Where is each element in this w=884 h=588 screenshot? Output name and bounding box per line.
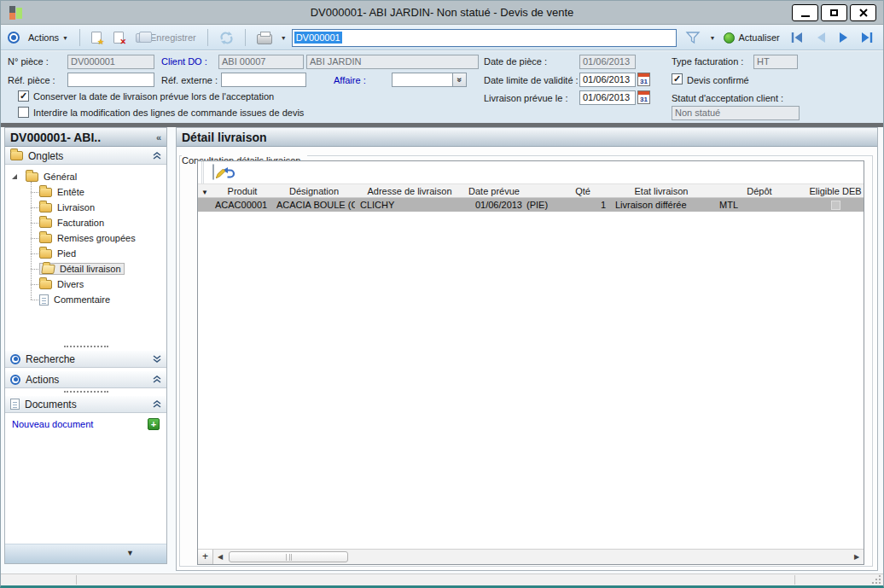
tree-node-entete[interactable]: Entête [5,184,166,200]
print-button[interactable] [253,30,276,46]
ref-externe-input[interactable] [221,73,306,87]
ref-piece-input[interactable] [67,73,154,87]
refresh-button[interactable] [216,30,237,46]
resize-grip[interactable] [871,574,881,585]
tree-node-label: Général [44,172,77,182]
scroll-left-button[interactable]: ◀ [213,550,227,564]
caret-down-icon[interactable]: ▼ [126,549,134,557]
window-title: DV000001- ABI JARDIN- Non statué - Devis… [1,1,883,25]
tree-node-divers[interactable]: Divers [5,277,166,292]
add-document-button[interactable]: + [148,418,160,430]
date-limite-calendar-icon[interactable]: 31 [637,73,650,86]
close-button[interactable] [850,4,876,21]
sidebar-collapse-icon[interactable]: « [156,132,161,143]
column-header-eligible-deb[interactable]: Eligible DEB [805,186,865,196]
tree-node-pied[interactable]: Pied [5,246,166,261]
main-panel-header: Détail livraison [177,128,877,147]
onglets-label: Onglets [28,150,63,162]
cell-date-prevue: 01/06/2013 [464,200,524,210]
new-document-button[interactable]: ★ [88,30,105,45]
edit-row-button[interactable] [212,165,214,180]
section-documents[interactable]: Documents [5,395,166,413]
chevron-double-up-icon[interactable] [153,400,161,408]
save-icon [136,33,147,43]
nouveau-document-link[interactable]: Nouveau document [12,419,93,429]
splitter-handle[interactable] [5,388,166,395]
affaire-label[interactable]: Affaire : [334,73,366,87]
section-recherche[interactable]: Recherche [5,350,166,368]
scroll-right-button[interactable]: ▶ [850,550,864,564]
tree-node-detail-livraison[interactable]: Détail livraison [5,261,166,277]
refresh-data-button[interactable]: Actualiser [720,31,782,45]
interdire-label: Interdire la modification des lignes de … [33,106,304,119]
filter-dropdown-icon[interactable]: ▼ [709,35,715,41]
next-record-button[interactable] [835,30,852,45]
maximize-button[interactable] [821,4,847,21]
column-header-date-prevue[interactable]: Date prévue [464,186,524,196]
delete-button[interactable]: ✕ [110,30,127,45]
save-button[interactable]: Enregistrer [132,31,200,44]
minimize-button[interactable] [792,4,818,21]
splitter-handle[interactable] [5,343,166,350]
client-do-label[interactable]: Client DO : [161,55,207,68]
chevron-double-up-icon[interactable] [153,376,161,383]
pencil-icon [216,169,225,178]
last-record-button[interactable] [858,30,876,45]
date-limite-label: Date limite de validité : [484,73,579,87]
chevron-down-icon: ▼ [62,35,68,41]
date-limite-input[interactable]: 01/06/2013 [579,73,636,87]
num-piece-label: N° pièce : [8,55,49,68]
add-line-button[interactable]: + [198,550,213,564]
filter-button[interactable] [682,29,704,46]
column-header-qte[interactable]: Qté [556,186,609,196]
ref-piece-label: Réf. pièce : [8,73,55,87]
sidebar-bottom-bar[interactable]: ▼ [5,544,166,563]
tree-node-livraison[interactable]: Livraison [5,200,166,215]
tree-node-general[interactable]: Général [5,169,166,184]
cell-qte: 1 [556,200,609,210]
column-header-depot[interactable]: Dépôt [713,186,805,196]
livraison-prevue-calendar-icon[interactable]: 31 [637,90,650,104]
type-facturation-field: HT [753,55,798,69]
row-selector-header[interactable]: ▼ [198,186,212,196]
devis-confirme-checkbox[interactable]: ✓ [672,73,683,84]
table-row[interactable]: ACAC00001 ACACIA BOULE (C CLICHY 01/06/2… [198,198,864,212]
tree-node-remises-groupees[interactable]: Remises groupées [5,230,166,246]
column-header-adresse[interactable]: Adresse de livraison [355,186,464,196]
date-piece-field: 01/06/2013 [579,55,636,69]
main-toolbar: Actions ▼ ★ ✕ Enregistrer ▼ DV000001 [1,26,883,50]
actions-menu-button[interactable]: Actions ▼ [25,31,72,44]
tree-expander-icon[interactable] [12,174,17,179]
tree-node-label: Facturation [57,218,104,228]
cell-depot: MTL [713,200,805,210]
column-header-etat-livraison[interactable]: Etat livraison [609,186,713,196]
chevron-double-up-icon[interactable] [153,152,161,160]
affaire-expand-button[interactable]: » [452,73,467,87]
conserver-checkbox[interactable]: ✓ [18,90,29,102]
application-window: DV000001- ABI JARDIN- Non statué - Devis… [0,0,884,588]
print-dropdown-icon[interactable]: ▼ [281,35,287,41]
close-icon [859,9,868,17]
tree-node-facturation[interactable]: Facturation [5,215,166,230]
livraison-prevue-input[interactable]: 01/06/2013 [579,90,636,105]
scrollbar-thumb[interactable] [229,551,348,562]
recherche-label: Recherche [26,353,75,365]
tree-node-commentaire[interactable]: Commentaire [5,292,166,307]
column-header-designation[interactable]: Désignation [273,186,355,196]
ref-externe-label: Réf. externe : [161,73,218,87]
eligible-deb-checkbox[interactable] [831,201,840,210]
actions-menu-label: Actions [28,32,59,43]
first-record-button[interactable] [788,30,806,45]
interdire-checkbox[interactable] [18,107,29,118]
folder-icon [39,218,52,228]
document-ref-input[interactable]: DV000001 [292,29,678,47]
new-document-icon: ★ [91,32,102,44]
filter-funnel-icon [685,31,701,44]
section-actions[interactable]: Actions [5,370,166,388]
statut-acceptation-field: Non statué [672,106,800,120]
previous-record-button[interactable] [811,30,829,45]
chevron-double-down-icon[interactable] [153,355,161,363]
column-header-produit[interactable]: Produit [212,186,273,196]
section-onglets[interactable]: Onglets [5,147,166,165]
actualiser-icon [724,32,735,44]
